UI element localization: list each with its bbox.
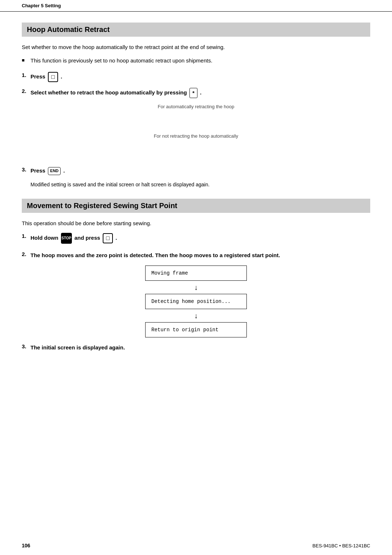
s2-step1-number: 1. (22, 233, 30, 239)
s2-step1-content: Hold down STOP and press □ . (30, 233, 370, 244)
step3-number: 3. (22, 166, 30, 173)
step2-label: Select whether to retract the hoop autom… (30, 89, 187, 96)
step1-label: Press (30, 73, 45, 80)
s2-step3-number: 3. (22, 343, 30, 349)
section1-description: Set whether to move the hoop automatical… (22, 43, 370, 52)
flow-box-3: Return to origin point (145, 322, 247, 337)
section1-step1: 1. Press □ . (22, 72, 370, 82)
auto-retract-label: For automatically retracting the hoop (158, 104, 234, 109)
hoop-button-icon[interactable]: □ (48, 72, 58, 82)
section1-step2: 2. Select whether to retract the hoop au… (22, 88, 370, 98)
star-key-icon[interactable]: * (189, 88, 197, 98)
section2-title: Movement to Registered Sewing Start Poin… (22, 199, 370, 213)
end-key-icon[interactable]: END (48, 167, 61, 175)
page-header: Chapter 5 Setting (0, 0, 392, 12)
s2-step2-content: The hoop moves and the zero point is det… (30, 251, 370, 260)
page-container: Chapter 5 Setting Hoop Automatic Retract… (0, 0, 392, 555)
section-movement: Movement to Registered Sewing Start Poin… (22, 199, 370, 352)
section2-step2: 2. The hoop moves and the zero point is … (22, 251, 370, 260)
hoop-button2-icon[interactable]: □ (103, 233, 113, 243)
step2-text: Select whether to retract the hoop autom… (30, 88, 370, 98)
chapter-label: Chapter 5 Setting (22, 3, 61, 8)
section1-step3: 3. Press END . (22, 166, 370, 175)
s2-step3-content: The initial screen is displayed again. (30, 343, 370, 352)
page-number: 106 (22, 543, 30, 548)
not-retract-label: For not retracting the hoop automaticall… (154, 133, 238, 139)
model-text: BES-941BC • BES-1241BC (313, 543, 370, 548)
flow-box-2: Detecting home position... (145, 294, 247, 309)
step3-sub: Modified setting is saved and the initia… (30, 181, 370, 189)
step1-number: 1. (22, 72, 30, 78)
step3-content: Press END . (30, 166, 370, 175)
section-hoop-retract: Hoop Automatic Retract Set whether to mo… (22, 23, 370, 189)
stop-button-icon[interactable]: STOP (61, 233, 72, 244)
step3-label: Press (30, 167, 45, 174)
flow-arrow-1: ↓ (194, 282, 198, 292)
section2-step3: 3. The initial screen is displayed again… (22, 343, 370, 352)
s2-step1-middle: and press (74, 234, 100, 240)
section2-description: This operation should be done before sta… (22, 219, 370, 228)
stop-icon-label: STOP (61, 236, 71, 240)
flow-arrow-2: ↓ (194, 311, 198, 321)
section2-step1: 1. Hold down STOP and press □ . (22, 233, 370, 244)
flow-box-1: Moving frame (145, 266, 247, 281)
diagram-area: For automatically retracting the hoop Fo… (22, 104, 370, 163)
section1-title: Hoop Automatic Retract (22, 23, 370, 37)
s2-step2-number: 2. (22, 251, 30, 257)
section1-bullet: This function is previously set to no ho… (22, 57, 370, 65)
s2-step1-before: Hold down (30, 234, 58, 240)
step1-text: Press □ . (30, 72, 370, 82)
step2-number: 2. (22, 88, 30, 94)
flow-diagram: Moving frame ↓ Detecting home position..… (138, 266, 254, 337)
page-footer: 106 BES-941BC • BES-1241BC (22, 543, 370, 548)
main-content: Hoop Automatic Retract Set whether to mo… (0, 12, 392, 384)
